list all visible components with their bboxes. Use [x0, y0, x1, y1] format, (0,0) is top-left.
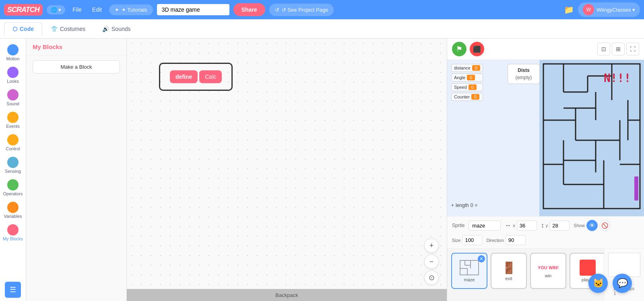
win-sprite-icon: YOU WIN!	[536, 264, 560, 272]
scratch-logo[interactable]: SCRATCH	[4, 4, 43, 16]
make-block-button[interactable]: Make a Block	[33, 60, 120, 74]
edit-menu[interactable]: Edit	[89, 5, 105, 14]
sprite-label-win: win	[545, 273, 552, 278]
operators-dot	[7, 179, 19, 190]
show-label: Show	[574, 223, 585, 228]
sprite-thumb-maze[interactable]: ✕ maze	[451, 253, 487, 289]
length-bar: + length 0 =	[451, 203, 477, 208]
sidebar-add-button[interactable]: ☰	[5, 282, 21, 298]
sidebar-item-control[interactable]: Control	[0, 132, 26, 154]
normal-stage-button[interactable]: ⊞	[612, 43, 625, 55]
code-area[interactable]: define Calc + − ⊙ Backpack	[127, 39, 447, 301]
var-value-counter: 0	[471, 94, 479, 100]
x-label: x	[513, 223, 515, 228]
see-project-button[interactable]: ↺ ↺ See Project Page	[269, 4, 334, 16]
direction-input[interactable]	[506, 235, 526, 245]
var-value-distance: 0	[472, 65, 480, 71]
share-button[interactable]: Share	[233, 3, 265, 16]
backpack-bar[interactable]: Backpack	[127, 289, 447, 301]
file-menu[interactable]: File	[69, 5, 85, 14]
show-hidden-button[interactable]: 🚫	[599, 220, 611, 231]
operators-label: Operators	[3, 191, 23, 196]
zoom-in-button[interactable]: +	[424, 238, 439, 253]
project-name-input[interactable]	[157, 4, 229, 15]
user-avatar: W	[583, 4, 594, 15]
sprite-list-container: ✕ maze 🚪 exit	[447, 249, 644, 301]
code-icon: ⬡	[12, 26, 17, 32]
control-dot	[7, 134, 19, 145]
zoom-reset-button[interactable]: ⊙	[424, 270, 439, 285]
zoom-out-button[interactable]: −	[424, 254, 439, 269]
size-group: Size	[452, 235, 482, 245]
sidebar-item-variables[interactable]: Variables	[0, 199, 26, 221]
dists-popup-content: (empty)	[513, 75, 535, 80]
sprite-thumb-win[interactable]: YOU WIN! win	[530, 253, 566, 289]
sidebar-item-motion[interactable]: Motion	[0, 42, 26, 63]
y-label: y	[546, 223, 548, 228]
stop-button[interactable]: ⬛	[470, 42, 484, 56]
y-coord-group: ↕ y	[541, 221, 570, 231]
x-input[interactable]	[517, 221, 537, 231]
top-right-area: 📁 W WiingyClasses ▾	[564, 2, 640, 17]
fullscreen-button[interactable]: ⛶	[626, 43, 639, 55]
calc-label: Calc	[199, 70, 222, 83]
length-plus: +	[451, 203, 454, 208]
sidebar: Motion Looks Sound Events Control Sensin…	[0, 39, 26, 301]
y-input[interactable]	[549, 221, 570, 231]
dists-popup: Dists (empty)	[508, 64, 540, 84]
svg-rect-21	[634, 176, 638, 201]
player-sprite-icon	[580, 260, 596, 276]
tab-costumes[interactable]: 👕 Costumes	[42, 22, 94, 36]
chat-button-1[interactable]: 🐱	[588, 274, 608, 293]
sprite-list: ✕ maze 🚪 exit	[447, 249, 604, 301]
sidebar-item-operators[interactable]: Operators	[0, 177, 26, 199]
tutorials-button[interactable]: ✦ ✦ Tutorials	[109, 4, 153, 15]
variables-dot	[7, 202, 19, 213]
sidebar-bottom: ☰	[0, 278, 26, 301]
define-block-container: define Calc	[159, 63, 233, 91]
sprite-thumb-exit[interactable]: 🚪 exit	[491, 253, 527, 289]
sidebar-item-sensing[interactable]: Sensing	[0, 154, 26, 176]
sprite-name-input[interactable]	[469, 221, 501, 231]
sidebar-item-myblocks[interactable]: My Blocks	[0, 222, 26, 244]
maze-sprite-icon	[459, 260, 479, 276]
sidebar-item-looks[interactable]: Looks	[0, 64, 26, 86]
chat-button-2[interactable]: 💬	[613, 274, 632, 293]
stage-controls: ⚑ ⬛ ⊡ ⊞ ⛶	[447, 39, 644, 60]
topbar: SCRATCH 🌐 ▾ File Edit ✦ ✦ Tutorials Shar…	[0, 0, 644, 19]
backpack-label: Backpack	[275, 292, 298, 298]
stage-mini-preview[interactable]	[608, 253, 640, 277]
sidebar-item-events[interactable]: Events	[0, 109, 26, 131]
events-dot	[7, 112, 19, 123]
folder-button[interactable]: 📁	[564, 5, 574, 14]
small-stage-button[interactable]: ⊡	[597, 43, 610, 55]
var-value-speed: 0	[469, 84, 477, 90]
looks-label: Looks	[7, 79, 19, 84]
sprite-label-maze: maze	[464, 277, 475, 282]
size-input[interactable]	[462, 235, 482, 245]
user-badge[interactable]: W WiingyClasses ▾	[578, 2, 640, 17]
tab-code[interactable]: ⬡ Code	[4, 22, 42, 36]
x-arrows-icon: ↔	[505, 222, 511, 229]
right-panel: ⚑ ⬛ ⊡ ⊞ ⛶ distance 0 Angle 0 Sp	[447, 39, 644, 301]
define-label: define	[170, 70, 198, 83]
tab-sounds[interactable]: 🔊 Sounds	[94, 22, 139, 36]
svg-text:N!!!: N!!!	[604, 72, 631, 85]
sounds-icon: 🔊	[102, 26, 109, 32]
length-value: 0	[471, 203, 473, 208]
green-flag-button[interactable]: ⚑	[452, 42, 466, 56]
tabbar: ⬡ Code 👕 Costumes 🔊 Sounds	[0, 19, 644, 39]
sidebar-item-sound[interactable]: Sound	[0, 87, 26, 109]
code-canvas: define Calc + − ⊙ Backpack	[127, 39, 447, 301]
sprite-delete-button-maze[interactable]: ✕	[478, 255, 485, 262]
globe-button[interactable]: 🌐 ▾	[47, 5, 66, 14]
var-name-counter: Counter	[454, 94, 470, 99]
var-name-speed: Speed	[454, 85, 467, 90]
sprite-label-exit: exit	[505, 276, 512, 281]
sound-dot	[7, 89, 19, 100]
show-visible-button[interactable]: 👁	[586, 220, 598, 231]
myblocks-label: My Blocks	[3, 236, 23, 241]
sensing-dot	[7, 157, 19, 168]
refresh-icon: ↺	[275, 7, 279, 13]
user-name: WiingyClasses ▾	[597, 7, 635, 13]
